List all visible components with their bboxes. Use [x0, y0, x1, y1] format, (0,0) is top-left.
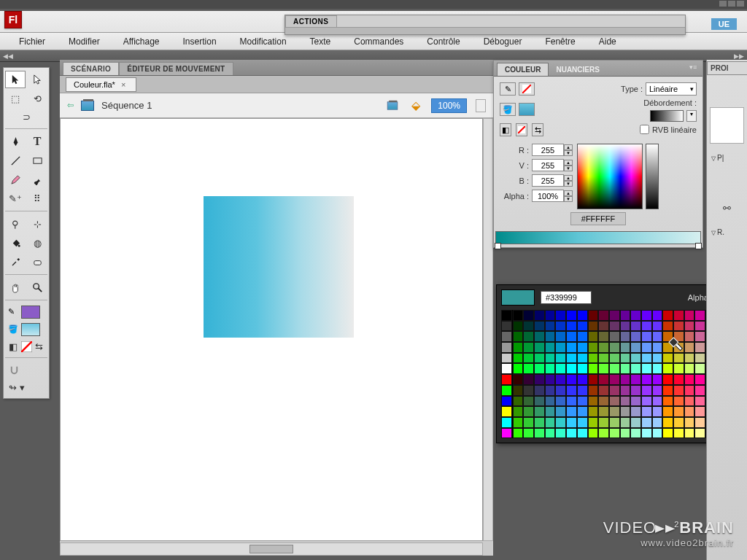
swatch-cell[interactable] [577, 331, 588, 342]
brightness-slider[interactable] [646, 144, 659, 209]
swatch-cell[interactable] [630, 331, 641, 342]
swatch-cell[interactable] [534, 428, 545, 439]
swatch-cell[interactable] [598, 428, 609, 439]
menu-controle[interactable]: Contrôle [415, 34, 471, 50]
swatch-cell[interactable] [652, 321, 663, 332]
swatch-cell[interactable] [523, 321, 534, 332]
swatch-cell[interactable] [609, 321, 620, 332]
swatch-cell[interactable] [673, 374, 684, 385]
black-white-swap-icon[interactable]: ◧ [8, 341, 19, 352]
swatch-cell[interactable] [684, 342, 695, 353]
swatch-cell[interactable] [694, 385, 705, 396]
bone-tool[interactable]: ⚲ [5, 215, 26, 233]
swatch-cell[interactable] [588, 353, 599, 364]
gradient-stop-left[interactable] [495, 243, 501, 249]
r-input[interactable]: ▲▼ [532, 144, 573, 156]
bind-tool[interactable]: ⊹ [27, 215, 47, 233]
eraser-tool[interactable] [27, 253, 47, 271]
swatch-cell[interactable] [501, 396, 512, 407]
horizontal-scrollbar[interactable] [60, 542, 483, 556]
swatch-cell[interactable] [620, 321, 631, 332]
swatch-cell[interactable] [513, 385, 524, 396]
swatch-cell[interactable] [694, 363, 705, 374]
swatch-cell[interactable] [588, 331, 599, 342]
swatch-cell[interactable] [566, 363, 577, 374]
swatch-cell[interactable] [513, 406, 524, 417]
b-input[interactable]: ▲▼ [532, 174, 573, 187]
swatch-cell[interactable] [588, 385, 599, 396]
swatch-cell[interactable] [694, 310, 705, 321]
text-tool[interactable]: T [27, 133, 47, 150]
dock-chain-icon[interactable]: ⚯ [707, 195, 747, 221]
swatch-cell[interactable] [684, 321, 695, 332]
swatch-cell[interactable] [694, 331, 705, 342]
pencil-tool[interactable] [5, 171, 26, 188]
swatch-cell[interactable] [566, 331, 577, 342]
swatch-cell[interactable] [577, 385, 588, 396]
swatch-cell[interactable] [652, 374, 663, 385]
swatch-cell[interactable] [662, 331, 673, 342]
swatch-cell[interactable] [545, 310, 556, 321]
swatch-cell[interactable] [566, 353, 577, 364]
swatch-cell[interactable] [673, 331, 684, 342]
swatch-cell[interactable] [662, 321, 673, 332]
swatch-cell[interactable] [566, 396, 577, 407]
popup-hex-field[interactable]: #339999 [541, 291, 592, 304]
swatch-cell[interactable] [555, 331, 566, 342]
swatch-cell[interactable] [620, 310, 631, 321]
swatch-cell[interactable] [694, 374, 705, 385]
swatch-cell[interactable] [501, 321, 512, 332]
swatch-cell[interactable] [501, 417, 512, 428]
swatch-cell[interactable] [652, 428, 663, 439]
swatch-cell[interactable] [523, 385, 534, 396]
swatch-cell[interactable] [577, 428, 588, 439]
swatch-cell[interactable] [534, 385, 545, 396]
swatch-cell[interactable] [694, 417, 705, 428]
panel-menu-icon[interactable]: ▾≡ [689, 63, 700, 72]
swatch-cell[interactable] [534, 342, 545, 353]
paint-bucket-tool[interactable] [5, 234, 26, 252]
swatch-cell[interactable] [652, 353, 663, 364]
swatch-cell[interactable] [577, 417, 588, 428]
swatch-cell[interactable] [501, 310, 512, 321]
swatch-cell[interactable] [588, 417, 599, 428]
v-input[interactable]: ▲▼ [532, 159, 573, 171]
gradient-ramp[interactable] [495, 231, 701, 244]
swatch-cell[interactable] [523, 417, 534, 428]
drawn-rectangle[interactable] [204, 196, 354, 338]
swatch-cell[interactable] [513, 396, 524, 407]
swatch-cell[interactable] [501, 428, 512, 439]
swatch-cell[interactable] [598, 374, 609, 385]
swatch-cell[interactable] [577, 363, 588, 374]
swatch-cell[interactable] [588, 374, 599, 385]
swatch-cell[interactable] [620, 353, 631, 364]
swatch-cell[interactable] [662, 396, 673, 407]
swatch-cell[interactable] [662, 310, 673, 321]
menu-insertion[interactable]: Insertion [171, 34, 228, 50]
swatch-cell[interactable] [609, 406, 620, 417]
swatch-cell[interactable] [630, 310, 641, 321]
swatch-cell[interactable] [555, 310, 566, 321]
eyedropper-tool[interactable] [5, 253, 26, 271]
swatch-cell[interactable] [630, 374, 641, 385]
swatch-cell[interactable] [566, 385, 577, 396]
swatch-cell[interactable] [620, 331, 631, 342]
window-controls[interactable] [719, 1, 744, 7]
swatch-cell[interactable] [673, 385, 684, 396]
swatch-cell[interactable] [523, 310, 534, 321]
swatch-cell[interactable] [673, 406, 684, 417]
swatch-cell[interactable] [609, 396, 620, 407]
smooth-option[interactable]: ↬ ▾ [5, 379, 47, 395]
swatch-cell[interactable] [513, 321, 524, 332]
swatch-cell[interactable] [534, 310, 545, 321]
swatch-cell[interactable] [662, 406, 673, 417]
swatch-cell[interactable] [577, 396, 588, 407]
swatch-cell[interactable] [620, 374, 631, 385]
tab-scenario[interactable]: SCÉNARIO [63, 62, 119, 75]
edit-symbols-icon[interactable]: ⬙ [408, 98, 424, 113]
swatch-cell[interactable] [523, 342, 534, 353]
file-tab[interactable]: Couleur.fla*× [66, 77, 136, 92]
swatch-cell[interactable] [662, 342, 673, 353]
bw-icon[interactable]: ◧ [500, 123, 511, 136]
swatch-cell[interactable] [630, 321, 641, 332]
